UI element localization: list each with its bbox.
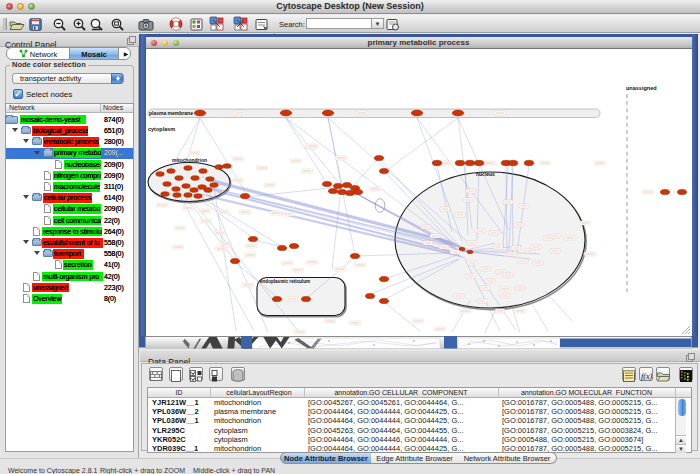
svg-text:f(x): f(x) — [641, 372, 652, 381]
svg-text:cytoplasm: cytoplasm — [148, 126, 175, 132]
svg-text:mitochondrion: mitochondrion — [172, 157, 207, 163]
svg-text:plasma membrane: plasma membrane — [149, 110, 193, 116]
svg-text:unassigned: unassigned — [626, 85, 657, 91]
svg-text:endoplasmic reticulum: endoplasmic reticulum — [260, 279, 310, 284]
